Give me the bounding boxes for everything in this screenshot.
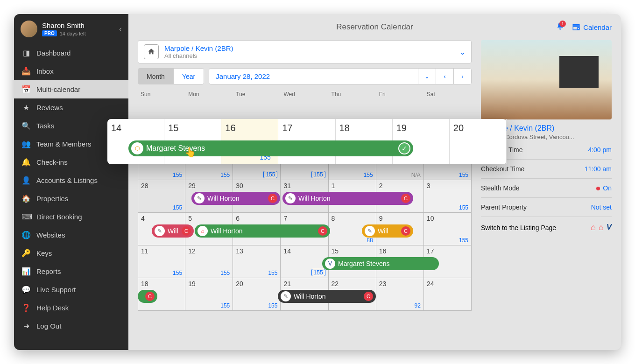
date-display[interactable]: January 28, 2022 — [209, 69, 418, 84]
price: 155 — [459, 237, 468, 244]
price: 88 — [367, 237, 373, 244]
calendar-cell[interactable]: 19155 — [185, 278, 233, 311]
status-badge: C — [401, 226, 410, 236]
edit-icon: ✎ — [285, 193, 296, 203]
price: 155 — [220, 270, 230, 276]
price: 155 — [268, 302, 277, 309]
globe-icon: 🌐 — [21, 231, 31, 239]
edit-icon: ✎ — [281, 291, 291, 301]
calendar-cell[interactable]: 24 — [424, 278, 472, 311]
calendar-cell[interactable]: 3155 — [424, 180, 472, 213]
weekday-header: Tue — [233, 89, 281, 99]
booking-pill[interactable]: ✎WillC — [362, 224, 413, 238]
price: 155 — [311, 171, 325, 178]
avatar — [21, 21, 37, 37]
status-badge: C — [401, 194, 410, 203]
day-number: 15 — [332, 247, 339, 255]
price: 155 — [268, 270, 277, 276]
sidebar-item-reviews[interactable]: ★Reviews — [14, 98, 128, 117]
sidebar-item-accounts-listings[interactable]: 👤Accounts & Listings — [14, 171, 128, 189]
sidebar-item-log-out[interactable]: ➜Log Out — [14, 317, 128, 335]
sidebar-item-label: Properties — [36, 195, 68, 203]
collapse-sidebar-icon[interactable]: ‹ — [119, 24, 122, 34]
day-number: 23 — [379, 280, 387, 287]
sidebar-item-label: Team & Members — [36, 140, 92, 148]
day-number: 11 — [141, 247, 148, 255]
day-number: 17 — [427, 247, 434, 255]
day-number: 7 — [283, 215, 287, 222]
date-dropdown-icon[interactable]: ⌄ — [418, 69, 436, 84]
next-button[interactable]: › — [453, 69, 471, 84]
price: 155 — [459, 172, 468, 178]
weekday-header: Sun — [138, 89, 185, 99]
day-number: 20 — [453, 123, 464, 133]
calendar-link[interactable]: Calendar — [572, 23, 612, 31]
bell-icon: 🔔 — [21, 158, 31, 167]
logout-icon: ➜ — [21, 322, 31, 330]
booking-pill[interactable]: ✎Will HortonC — [278, 290, 376, 303]
calendar-cell[interactable]: 28155 — [138, 180, 185, 213]
booking-pill[interactable]: ✎Will HortonC — [282, 192, 413, 205]
booking-pill[interactable]: VMargaret Stevens — [322, 257, 439, 270]
booking-pill[interactable]: ✎Will HortonC — [191, 192, 280, 205]
chevron-down-icon[interactable]: ⌄ — [459, 48, 466, 56]
vrbo-icon[interactable]: V — [607, 223, 612, 232]
sidebar-item-multi-calendar[interactable]: 📅Multi-calendar — [14, 80, 128, 98]
sidebar-item-label: Help Desk — [36, 304, 69, 312]
calendar-cell[interactable]: 12155 — [185, 245, 233, 278]
price: 92 — [414, 302, 420, 309]
airbnb-icon: ⌂ — [198, 226, 208, 236]
sidebar-item-properties[interactable]: 🏠Properties — [14, 189, 128, 208]
booking-pill[interactable]: ✎WillC — [152, 224, 194, 238]
sidebar-item-direct-booking[interactable]: ⌨Direct Booking — [14, 208, 128, 226]
day-number: 20 — [236, 280, 243, 287]
sidebar-item-reports[interactable]: 📊Reports — [14, 262, 128, 280]
day-number: 31 — [283, 182, 291, 189]
notifications-button[interactable]: 1 — [556, 22, 564, 32]
sidebar-item-websites[interactable]: 🌐Websites — [14, 226, 128, 244]
sidebar-item-label: Inbox — [36, 67, 54, 75]
inbox-icon: 📥 — [21, 67, 31, 76]
booking-pill[interactable]: ⌂Will HortonC — [195, 224, 330, 238]
property-image — [481, 40, 612, 119]
listing-picker[interactable]: Marpole / Kevin (2BR) All channels ⌄ — [138, 40, 472, 63]
guest-name: Will — [378, 227, 388, 235]
booking-pill[interactable]: C — [138, 290, 157, 303]
airbnb-icon[interactable]: ⌂ — [599, 223, 604, 232]
month-button[interactable]: Month — [138, 69, 173, 84]
year-button[interactable]: Year — [173, 69, 204, 84]
calendar-cell[interactable]: 10155 — [424, 213, 472, 245]
day-number: 6 — [236, 215, 240, 222]
days-left: 14 days left — [60, 31, 86, 36]
sidebar-item-live-support[interactable]: 💬Live Support — [14, 280, 128, 299]
check-icon: ✓ — [398, 142, 410, 154]
star-icon: ★ — [21, 103, 31, 112]
calendar-cell[interactable]: 2392 — [376, 278, 424, 311]
airbnb-icon[interactable]: ⌂ — [591, 223, 596, 232]
prev-button[interactable]: ‹ — [436, 69, 453, 84]
vrbo-icon: V — [325, 259, 335, 269]
user-block[interactable]: Sharon Smith PRO 14 days left ‹ — [14, 14, 128, 44]
sidebar-item-inbox[interactable]: 📥Inbox — [14, 62, 128, 80]
stealth-row: Stealth ModeOn — [481, 179, 612, 198]
sidebar-item-label: Multi-calendar — [36, 85, 80, 93]
day-number: 13 — [236, 247, 243, 255]
status-badge: C — [145, 292, 155, 301]
switch-listing-row: Switch to the Listing Page ⌂ ⌂ V — [481, 217, 612, 232]
calendar-cell[interactable]: 20155 — [233, 278, 281, 311]
view-toggle: Month Year — [138, 68, 204, 84]
status-badge: C — [318, 226, 327, 236]
day-number: 19 — [396, 123, 407, 133]
user-name: Sharon Smith — [42, 21, 114, 29]
booking-pill[interactable]: ⬡Margaret Stevens✓ — [128, 140, 413, 156]
calendar-cell[interactable]: 14155 — [281, 245, 328, 278]
calendar-cell[interactable]: 11155 — [138, 245, 185, 278]
day-number: 14 — [111, 123, 121, 133]
dashboard-icon: ◨ — [21, 49, 31, 57]
sidebar-item-keys[interactable]: 🔑Keys — [14, 244, 128, 262]
sidebar-item-help-desk[interactable]: ❓Help Desk — [14, 299, 128, 317]
calendar-cell[interactable]: 13155 — [233, 245, 281, 278]
day-number: 16 — [225, 123, 235, 133]
sidebar-item-dashboard[interactable]: ◨Dashboard — [14, 44, 128, 62]
price: 155 — [311, 269, 325, 276]
